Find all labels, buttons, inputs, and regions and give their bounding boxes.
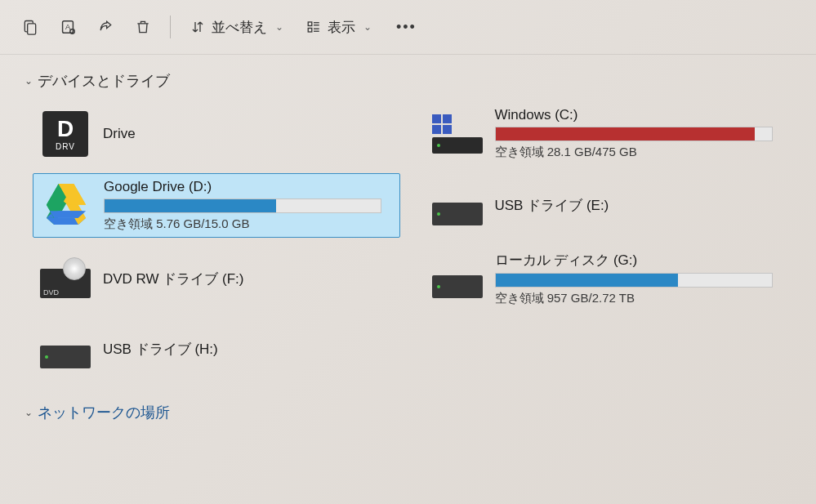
share-button[interactable] — [88, 10, 123, 44]
drive-info: USB ドライブ (H:) — [103, 340, 394, 359]
drive-item[interactable]: DDRVDrive — [33, 102, 400, 165]
sort-icon — [190, 20, 205, 34]
chevron-down-icon: ⌄ — [25, 75, 33, 87]
toolbar-separator — [170, 16, 171, 38]
drives-grid: DDRVDriveWindows (C:)空き領域 28.1 GB/475 GB… — [25, 102, 791, 378]
capacity-bar — [104, 198, 381, 213]
cut-icon — [22, 19, 38, 35]
drive-name: USB ドライブ (H:) — [103, 340, 394, 359]
drive-info: Google Drive (D:)空き領域 5.76 GB/15.0 GB — [104, 179, 393, 232]
view-dropdown[interactable]: 表示 ⌄ — [297, 13, 381, 42]
capacity-text: 空き領域 957 GB/2.72 TB — [495, 291, 786, 306]
google-drive-icon — [43, 181, 89, 230]
view-icon — [306, 20, 321, 34]
toolbar: A 並べ替え ⌄ 表示 ⌄ ••• — [0, 0, 816, 55]
windows-disk-icon — [432, 114, 483, 154]
usb-drive-icon — [40, 346, 91, 368]
svg-marker-16 — [50, 211, 83, 217]
drive-info: Windows (C:)空き領域 28.1 GB/475 GB — [495, 107, 786, 160]
drive-name: DVD RW ドライブ (F:) — [103, 270, 394, 288]
share-icon — [97, 19, 114, 35]
drive-info: ローカル ディスク (G:)空き領域 957 GB/2.72 TB — [495, 251, 786, 306]
sort-dropdown[interactable]: 並べ替え ⌄ — [181, 13, 293, 42]
network-section-header[interactable]: ⌄ ネットワークの場所 — [25, 403, 791, 422]
chevron-down-icon: ⌄ — [275, 21, 283, 33]
trash-icon — [135, 19, 151, 35]
usb-drive-icon — [432, 203, 483, 225]
copy-icon: A — [59, 18, 77, 36]
devices-section-header[interactable]: ⌄ デバイスとドライブ — [25, 71, 791, 91]
drive-item[interactable]: Google Drive (D:)空き領域 5.76 GB/15.0 GB — [33, 173, 400, 238]
cut-button[interactable] — [13, 10, 47, 44]
network-section-title: ネットワークの場所 — [38, 403, 170, 422]
copy-button[interactable]: A — [51, 10, 85, 44]
drive-item[interactable]: ローカル ディスク (G:)空き領域 957 GB/2.72 TB — [425, 246, 792, 311]
view-label: 表示 — [328, 18, 355, 37]
ellipsis-icon: ••• — [396, 19, 417, 36]
drive-info: USB ドライブ (E:) — [495, 196, 786, 215]
drive-name: Windows (C:) — [495, 107, 786, 123]
svg-rect-8 — [308, 29, 312, 33]
more-button[interactable]: ••• — [385, 10, 428, 44]
delete-button[interactable] — [126, 10, 160, 44]
drive-item[interactable]: USB ドライブ (H:) — [33, 319, 400, 378]
capacity-bar — [495, 127, 773, 141]
drive-item[interactable]: Windows (C:)空き領域 28.1 GB/475 GB — [425, 102, 792, 165]
local-disk-icon — [432, 275, 483, 298]
sort-label: 並べ替え — [212, 18, 267, 37]
drive-name: Drive — [103, 126, 394, 142]
drive-info: Drive — [103, 126, 394, 142]
chevron-down-icon: ⌄ — [25, 407, 33, 418]
drive-info: DVD RW ドライブ (F:) — [103, 270, 394, 288]
drive-name: Google Drive (D:) — [104, 179, 393, 195]
drive-app-icon: DDRV — [42, 111, 88, 157]
drive-item[interactable]: DVDDVD RW ドライブ (F:) — [33, 246, 400, 311]
capacity-bar — [495, 273, 773, 288]
svg-rect-5 — [308, 22, 312, 26]
drive-name: ローカル ディスク (G:) — [495, 251, 786, 270]
capacity-text: 空き領域 5.76 GB/15.0 GB — [104, 216, 393, 232]
content-area: ⌄ デバイスとドライブ DDRVDriveWindows (C:)空き領域 28… — [0, 55, 816, 450]
devices-section-title: デバイスとドライブ — [38, 71, 170, 91]
drive-item[interactable]: USB ドライブ (E:) — [425, 173, 792, 238]
capacity-text: 空き領域 28.1 GB/475 GB — [495, 145, 786, 160]
dvd-drive-icon: DVD — [40, 269, 91, 298]
chevron-down-icon: ⌄ — [363, 21, 372, 33]
drive-name: USB ドライブ (E:) — [495, 196, 786, 215]
svg-rect-1 — [28, 24, 36, 34]
